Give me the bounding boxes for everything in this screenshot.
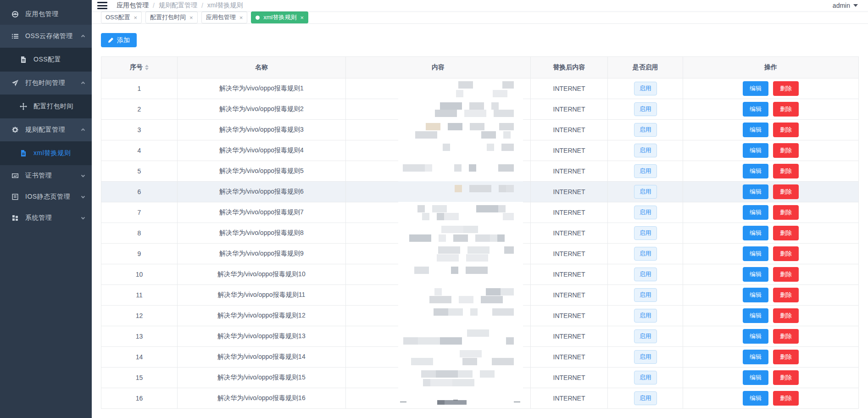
enabled-badge[interactable]: 启用	[634, 102, 657, 116]
enabled-badge[interactable]: 启用	[634, 391, 657, 405]
close-icon[interactable]: ×	[189, 15, 193, 21]
tab-OSS配置[interactable]: OSS配置×	[101, 11, 142, 23]
enabled-badge[interactable]: 启用	[634, 309, 657, 323]
enabled-badge[interactable]: 启用	[634, 268, 657, 281]
enabled-badge[interactable]: 启用	[634, 288, 657, 302]
sidebar-item-xml-rule[interactable]: xml替换规则	[0, 141, 92, 165]
close-icon[interactable]: ×	[300, 15, 304, 21]
cell-index: 5	[101, 161, 178, 182]
cell-content-censored	[346, 264, 531, 285]
column-header-label: 内容	[432, 63, 445, 72]
cell-index: 8	[101, 223, 178, 244]
edit-button[interactable]: 编辑	[743, 81, 768, 96]
tab-label: 应用包管理	[206, 13, 236, 22]
tab-xml替换规则[interactable]: xml替换规则×	[251, 11, 308, 23]
edit-button[interactable]: 编辑	[743, 205, 768, 220]
delete-button[interactable]: 删除	[773, 308, 799, 323]
enabled-badge[interactable]: 启用	[634, 123, 657, 137]
cell-replaced-content: INTERNET	[531, 347, 608, 368]
document-icon	[19, 56, 27, 64]
sidebar-item-ios-static-group[interactable]: IOS静态页管理	[0, 186, 92, 207]
enabled-badge[interactable]: 启用	[634, 226, 657, 240]
delete-button[interactable]: 删除	[773, 164, 799, 178]
edit-button[interactable]: 编辑	[743, 123, 768, 137]
delete-button[interactable]: 删除	[773, 226, 799, 240]
edit-button[interactable]: 编辑	[743, 246, 768, 261]
cell-actions: 编辑删除	[683, 326, 859, 347]
edit-button[interactable]: 编辑	[743, 102, 768, 117]
sort-icon[interactable]	[145, 65, 149, 70]
breadcrumb-item[interactable]: 规则配置管理	[159, 1, 197, 10]
hamburger-menu-icon[interactable]	[97, 2, 107, 9]
enabled-badge[interactable]: 启用	[634, 329, 657, 343]
sidebar-item-label: IOS静态页管理	[25, 193, 81, 201]
chevron-up-icon	[81, 34, 85, 39]
tab-配置打包时间[interactable]: 配置打包时间×	[145, 11, 198, 23]
cell-rule-name: 解决华为/vivo/oppo报毒规则15	[178, 368, 346, 388]
delete-button[interactable]: 删除	[773, 205, 799, 220]
edit-button[interactable]: 编辑	[743, 391, 768, 406]
main-area: 应用包管理/规则配置管理/xml替换规则 admin OSS配置×配置打包时间×…	[92, 0, 868, 418]
edit-button[interactable]: 编辑	[743, 288, 768, 302]
enabled-badge[interactable]: 启用	[634, 371, 657, 385]
column-header-label: 操作	[764, 63, 777, 72]
delete-button[interactable]: 删除	[773, 350, 799, 364]
sidebar-item-rule-group[interactable]: 规则配置管理	[0, 118, 92, 141]
add-button[interactable]: 添加	[101, 33, 137, 47]
edit-button[interactable]: 编辑	[743, 226, 768, 240]
enabled-badge[interactable]: 启用	[634, 82, 657, 95]
enabled-badge[interactable]: 启用	[634, 144, 657, 157]
grid-icon	[11, 214, 19, 222]
column-header-是否启用: 是否启用	[608, 57, 683, 78]
delete-button[interactable]: 删除	[773, 143, 799, 158]
breadcrumb-item[interactable]: xml替换规则	[207, 1, 243, 10]
cell-index: 6	[101, 182, 178, 202]
delete-button[interactable]: 删除	[773, 288, 799, 302]
delete-button[interactable]: 删除	[773, 81, 799, 96]
edit-button[interactable]: 编辑	[743, 164, 768, 178]
enabled-badge[interactable]: 启用	[634, 185, 657, 199]
delete-button[interactable]: 删除	[773, 370, 799, 385]
cell-replaced-content: INTERNET	[531, 140, 608, 161]
edit-button[interactable]: 编辑	[743, 350, 768, 364]
delete-button[interactable]: 删除	[773, 184, 799, 199]
enabled-badge[interactable]: 启用	[634, 350, 657, 364]
table-row: 5解决华为/vivo/oppo报毒规则5INTERNET启用编辑删除	[101, 161, 859, 182]
edit-button[interactable]: 编辑	[743, 370, 768, 385]
cell-replaced-content: INTERNET	[531, 161, 608, 182]
sidebar-item-oss-config[interactable]: OSS配置	[0, 48, 92, 72]
enabled-badge[interactable]: 启用	[634, 247, 657, 261]
edit-button[interactable]: 编辑	[743, 308, 768, 323]
close-icon[interactable]: ×	[134, 15, 137, 21]
delete-button[interactable]: 删除	[773, 102, 799, 117]
delete-button[interactable]: 删除	[773, 267, 799, 282]
delete-button[interactable]: 删除	[773, 246, 799, 261]
delete-button[interactable]: 删除	[773, 123, 799, 137]
sidebar-item-system-group[interactable]: 系统管理	[0, 207, 92, 229]
delete-button[interactable]: 删除	[773, 329, 799, 344]
cell-content-censored	[346, 202, 531, 223]
user-dropdown[interactable]: admin	[833, 2, 858, 9]
cell-rule-name: 解决华为/vivo/oppo报毒规则9	[178, 244, 346, 264]
sidebar-item-cert-group[interactable]: 证书管理	[0, 165, 92, 186]
close-icon[interactable]: ×	[239, 15, 243, 21]
enabled-badge[interactable]: 启用	[634, 164, 657, 178]
sidebar-item-pack-time-group[interactable]: 打包时间管理	[0, 72, 92, 95]
cell-content-censored	[346, 182, 531, 202]
edit-button[interactable]: 编辑	[743, 184, 768, 199]
browser-icon	[11, 193, 19, 201]
delete-button[interactable]: 删除	[773, 391, 799, 406]
sidebar-item-pack-time-config[interactable]: 配置打包时间	[0, 95, 92, 118]
edit-button[interactable]: 编辑	[743, 329, 768, 344]
cell-enabled: 启用	[608, 99, 683, 120]
tab-应用包管理[interactable]: 应用包管理×	[201, 11, 248, 23]
sidebar-item-app-package[interactable]: 应用包管理	[0, 4, 92, 25]
enabled-badge[interactable]: 启用	[634, 206, 657, 219]
cell-actions: 编辑删除	[683, 161, 859, 182]
edit-button[interactable]: 编辑	[743, 143, 768, 158]
breadcrumb-item[interactable]: 应用包管理	[117, 1, 149, 10]
cell-actions: 编辑删除	[683, 78, 859, 99]
dashboard-icon	[11, 11, 19, 18]
edit-button[interactable]: 编辑	[743, 267, 768, 282]
sidebar-item-oss-group[interactable]: OSS云存储管理	[0, 25, 92, 48]
